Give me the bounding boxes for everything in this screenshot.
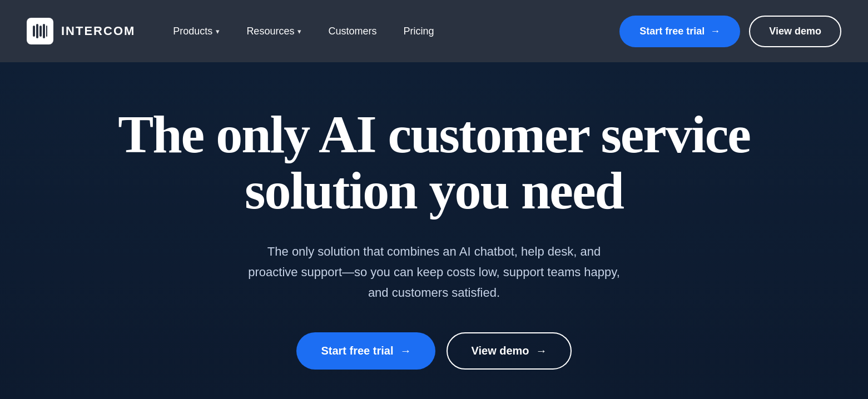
arrow-icon: → (710, 26, 720, 37)
hero-subtext: The only solution that combines an AI ch… (245, 241, 623, 303)
nav-products[interactable]: Products ▾ (162, 21, 231, 42)
nav-view-demo-button[interactable]: View demo (749, 16, 841, 47)
navbar: INTERCOM Products ▾ Resources ▾ Customer… (0, 0, 868, 62)
svg-rect-0 (33, 26, 35, 37)
arrow-icon: → (400, 345, 411, 357)
svg-rect-1 (36, 24, 38, 38)
chevron-down-icon: ▾ (216, 27, 220, 36)
svg-rect-4 (46, 26, 47, 37)
logo-icon (27, 18, 53, 44)
arrow-icon: → (536, 345, 547, 357)
logo-text: INTERCOM (61, 24, 135, 38)
hero-view-demo-button[interactable]: View demo → (447, 332, 571, 370)
svg-rect-3 (43, 24, 45, 38)
nav-customers[interactable]: Customers (317, 21, 388, 42)
hero-headline: The only AI customer service solution yo… (111, 107, 757, 219)
logo-link[interactable]: INTERCOM (27, 18, 135, 44)
hero-ctas: Start free trial → View demo → (296, 332, 571, 370)
svg-rect-2 (39, 26, 42, 37)
nav-links: Products ▾ Resources ▾ Customers Pricing (162, 21, 619, 42)
nav-actions: Start free trial → View demo (619, 16, 841, 47)
chevron-down-icon: ▾ (297, 27, 301, 36)
hero-section: The only AI customer service solution yo… (0, 62, 868, 399)
hero-start-trial-button[interactable]: Start free trial → (296, 332, 435, 370)
nav-pricing[interactable]: Pricing (392, 21, 445, 42)
nav-resources[interactable]: Resources ▾ (235, 21, 313, 42)
nav-start-trial-button[interactable]: Start free trial → (619, 16, 740, 47)
